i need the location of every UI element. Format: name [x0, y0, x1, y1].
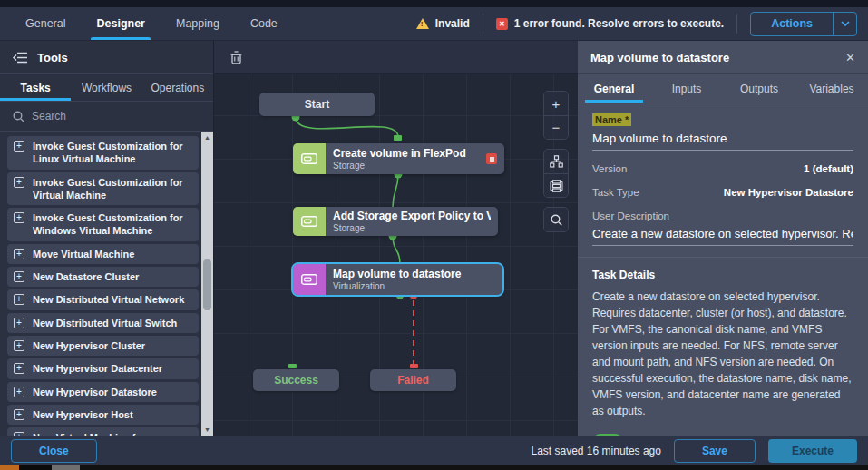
tab-designer[interactable]: Designer — [96, 7, 145, 40]
close-icon[interactable]: ✕ — [845, 51, 855, 64]
task-item-label: New Hypervisor Datastore — [33, 387, 157, 397]
tab-mapping[interactable]: Mapping — [176, 7, 219, 40]
task-list-item[interactable]: +New Virtual Machine from Template or Cl… — [7, 427, 199, 436]
task-node-create-volume[interactable]: Create volume in FlexPod Storage — [293, 143, 504, 174]
canvas-toolbar — [214, 41, 578, 74]
tab-code[interactable]: Code — [250, 7, 278, 40]
task-list-item[interactable]: +New Hypervisor Cluster — [7, 336, 199, 356]
task-list-scrollbar[interactable]: ▲ ▼ — [201, 132, 213, 436]
version-row: Version 1 (default) — [592, 163, 853, 174]
scroll-down-icon[interactable]: ▼ — [201, 424, 213, 436]
warning-icon — [416, 18, 429, 29]
frame-segment — [52, 465, 80, 470]
collapse-panel-icon[interactable] — [13, 52, 28, 64]
add-task-icon: + — [14, 363, 24, 374]
error-message: 1 error found. Resolve errors to execute… — [514, 17, 724, 30]
task-list-item[interactable]: +Invoke Guest Customization for Linux Vi… — [7, 136, 199, 170]
tab-workflows[interactable]: Workflows — [71, 74, 141, 101]
task-list-item[interactable]: +Move Virtual Machine — [7, 244, 199, 264]
task-search — [0, 102, 213, 132]
storage-category-block — [293, 207, 326, 236]
invalid-label: Invalid — [435, 17, 470, 30]
task-list-item[interactable]: +New Distributed Virtual Network — [7, 289, 199, 309]
fit-view-button[interactable] — [544, 208, 568, 231]
task-item-label: Invoke Guest Customization for Linux Vir… — [33, 141, 183, 164]
tab-panel-outputs[interactable]: Outputs — [723, 74, 795, 103]
node-texts: Add Storage Export Policy to V... Storag… — [326, 207, 498, 236]
frame-segment — [19, 465, 52, 470]
close-button[interactable]: Close — [11, 439, 97, 463]
task-list-item[interactable]: +New Datastore Cluster — [7, 267, 199, 287]
scroll-up-icon[interactable]: ▲ — [201, 132, 213, 143]
tab-panel-variables[interactable]: Variables — [795, 74, 868, 103]
task-node-map-volume[interactable]: Map volume to datastore Virtualization — [293, 264, 502, 295]
add-task-icon: + — [14, 271, 24, 282]
search-icon — [13, 111, 24, 122]
add-task-icon: + — [14, 340, 24, 351]
task-item-label: New Hypervisor Datacenter — [33, 363, 162, 374]
top-nav: General Designer Mapping Code Invalid ✕ … — [0, 7, 868, 41]
virtualization-icon — [301, 274, 317, 285]
failed-node[interactable]: Failed — [370, 369, 456, 391]
scrollbar-thumb[interactable] — [203, 259, 211, 310]
task-item-label: New Distributed Virtual Network — [33, 294, 184, 305]
main-area: Tools Tasks Workflows Operations +Invoke… — [0, 41, 868, 436]
task-type-value: New Hypervisor Datastore — [724, 187, 853, 198]
task-type-row: Task Type New Hypervisor Datastore — [592, 187, 853, 198]
panel-tabs: General Inputs Outputs Variables — [578, 74, 868, 103]
start-node[interactable]: Start — [259, 93, 375, 116]
panel-title: Map volume to datastore — [590, 51, 729, 64]
task-item-label: New Hypervisor Cluster — [33, 340, 145, 351]
node-error-icon[interactable] — [486, 153, 497, 164]
execute-button[interactable]: Execute — [768, 439, 857, 463]
version-label: Version — [592, 163, 627, 174]
tools-tabs: Tasks Workflows Operations — [0, 74, 213, 102]
actions-button[interactable]: Actions — [751, 13, 833, 35]
tab-operations[interactable]: Operations — [142, 74, 213, 101]
frame-segment — [80, 465, 868, 470]
save-button[interactable]: Save — [674, 439, 756, 463]
tools-sidebar: Tools Tasks Workflows Operations +Invoke… — [0, 41, 214, 436]
add-task-icon: + — [14, 318, 24, 328]
task-node-add-export-policy[interactable]: Add Storage Export Policy to V... Storag… — [293, 207, 498, 236]
search-input[interactable] — [32, 110, 177, 122]
success-node[interactable]: Success — [253, 369, 339, 391]
delete-node-button[interactable] — [227, 48, 245, 66]
tab-tasks[interactable]: Tasks — [0, 74, 71, 101]
enable-rollback-toggle[interactable] — [592, 434, 623, 436]
name-field-label: Name * — [592, 113, 631, 126]
add-task-icon: + — [14, 409, 24, 420]
task-list-item[interactable]: +New Distributed Virtual Switch — [7, 313, 199, 333]
version-value: 1 (default) — [804, 163, 853, 174]
task-list-item[interactable]: +New Hypervisor Host — [7, 405, 199, 425]
footer-bar: Close Last saved 16 minutes ago Save Exe… — [0, 436, 868, 465]
name-field[interactable]: Map volume to datastore — [592, 132, 853, 151]
window-bottom-frame — [0, 465, 868, 470]
horizontal-arrange-button[interactable] — [544, 173, 568, 197]
actions-dropdown-button[interactable] — [833, 13, 856, 35]
divider — [578, 257, 868, 258]
add-task-icon: + — [14, 294, 24, 305]
tab-general[interactable]: General — [25, 7, 65, 40]
task-list-item[interactable]: +Invoke Guest Customization for Windows … — [7, 208, 199, 241]
divider — [483, 14, 483, 34]
tools-title: Tools — [37, 51, 68, 64]
node-subtitle: Virtualization — [333, 281, 495, 291]
top-nav-tabs: General Designer Mapping Code — [0, 7, 278, 40]
zoom-in-button[interactable]: + — [544, 92, 568, 115]
node-subtitle: Storage — [333, 223, 491, 233]
task-details-text: Create a new datastore on selected hyper… — [592, 289, 853, 419]
zoom-out-button[interactable]: − — [544, 115, 568, 139]
workflow-canvas[interactable]: Start Create volume in FlexPod Storage — [214, 41, 578, 436]
task-item-label: Invoke Guest Customization for Windows V… — [33, 212, 183, 236]
tab-panel-inputs[interactable]: Inputs — [650, 74, 723, 103]
user-description-field[interactable]: Create a new datastore on selected hyper… — [592, 227, 853, 246]
tab-panel-general[interactable]: General — [578, 74, 650, 103]
task-type-label: Task Type — [592, 187, 639, 198]
task-list-item[interactable]: +Invoke Guest Customization for Virtual … — [7, 172, 199, 206]
auto-arrange-button[interactable] — [544, 150, 568, 173]
task-list-item[interactable]: +New Hypervisor Datastore — [7, 382, 199, 402]
task-list-item[interactable]: +New Hypervisor Datacenter — [7, 358, 199, 378]
last-saved-text: Last saved 16 minutes ago — [532, 445, 661, 457]
add-task-icon: + — [14, 177, 24, 188]
